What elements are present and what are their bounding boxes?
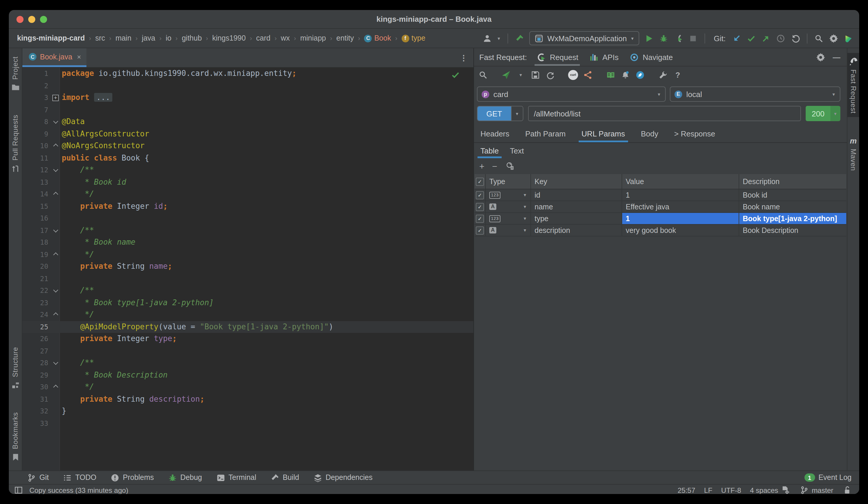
gutter-cell[interactable]: 27 [22,345,60,357]
send-request-icon[interactable] [501,70,511,80]
git-push-icon[interactable] [761,33,771,43]
twitter-icon[interactable] [635,70,645,80]
add-param-button[interactable]: + [479,161,485,171]
chevron-down-icon[interactable]: ▼ [497,36,501,40]
tab-headers[interactable]: Headers [480,125,509,142]
gutter-cell[interactable]: 11 [22,152,60,164]
event-log-button[interactable]: 1 Event Log [804,473,851,482]
cell-type[interactable]: A▼ [486,225,531,236]
gutter-cell[interactable]: 25 [22,321,60,333]
settings-wrench-icon[interactable] [658,70,668,80]
breadcrumb-item[interactable]: kings-miniapp-card [17,34,85,42]
row-checkbox[interactable]: ✓ [476,191,484,199]
cell-description[interactable]: Book id [739,189,846,200]
gutter-cell[interactable]: 16 [22,212,60,224]
indent-widget[interactable]: 4 spaces [750,485,790,494]
row-checkbox[interactable]: ✓ [476,226,484,234]
gutter-cell[interactable]: 15 [22,200,60,212]
tool-window-button-dependencies[interactable]: Dependencies [312,473,373,483]
gutter-cell[interactable]: 29 [22,369,60,381]
chevron-down-icon[interactable]: ▼ [523,228,527,232]
fold-up-icon[interactable] [53,144,58,148]
cell-checkbox[interactable]: ✓ [475,225,486,236]
cell-value[interactable]: 1 [622,213,739,224]
save-icon[interactable] [530,70,540,80]
tool-window-button-debug[interactable]: Debug [167,473,202,483]
fold-column[interactable] [51,361,60,366]
chevron-down-icon[interactable]: ▼ [523,205,527,209]
panel-tab-request[interactable]: Request [536,48,578,66]
gutter-cell[interactable]: 10 [22,140,60,152]
gutter-cell[interactable]: 1 [22,68,60,80]
row-checkbox[interactable]: ✓ [476,214,484,223]
gutter-cell[interactable]: 21 [22,272,60,285]
tab-body[interactable]: Body [641,125,658,142]
gutter-cell[interactable]: 26 [22,333,60,345]
fold-down-icon[interactable] [53,288,58,293]
git-commit-icon[interactable] [746,33,756,43]
fold-up-icon[interactable] [53,385,58,390]
fold-column[interactable] [51,228,60,233]
gutter-cell[interactable]: 32 [22,405,60,417]
hide-panel-icon[interactable]: — [831,52,841,62]
tool-window-switcher-icon[interactable] [13,485,23,494]
url-input[interactable]: /allMethod/list [528,106,801,121]
header-checkbox[interactable]: ✓ [476,177,484,186]
cell-value[interactable]: 1 [622,189,739,200]
copy-params-icon[interactable] [505,161,515,171]
gutter-cell[interactable]: 30 [22,381,60,393]
panel-tab-navigate[interactable]: Navigate [629,48,673,66]
tab--response[interactable]: > Response [674,125,715,142]
breadcrumb-item[interactable]: kings1990 [212,34,246,42]
tab-path-param[interactable]: Path Param [525,125,566,142]
fold-column[interactable] [51,120,60,124]
debug-button[interactable] [659,33,669,43]
cell-key[interactable]: type [531,213,622,224]
curl-icon[interactable]: curl [568,70,578,80]
settings-gear-icon[interactable] [829,33,839,43]
rollback-icon[interactable] [790,33,800,43]
fold-down-icon[interactable] [53,168,58,173]
fold-column[interactable] [51,144,60,148]
breadcrumb-item[interactable]: github [182,34,202,42]
cell-type[interactable]: 123▼ [486,189,531,200]
environment-select[interactable]: E local ▼ [670,86,840,102]
caret-position-widget[interactable]: 25:57 [678,486,695,494]
git-branch-widget[interactable]: master [799,485,833,494]
view-tab-table[interactable]: Table [480,143,499,158]
gutter-cell[interactable]: 19 [22,248,60,260]
chevron-down-icon[interactable]: ▼ [516,70,526,80]
notifications-bell-icon[interactable] [620,70,630,80]
http-method-select[interactable]: GET ▼ [477,106,523,121]
cell-description[interactable]: Book name [739,201,846,212]
line-separator-widget[interactable]: LF [704,486,712,494]
fold-down-icon[interactable] [53,361,58,366]
breadcrumb-item[interactable]: java [142,34,155,42]
more-vertical-icon[interactable]: ⋮ [454,53,473,62]
gutter-cell[interactable]: 9 [22,128,60,140]
fold-column[interactable]: + [51,95,60,101]
tool-window-button-project[interactable]: Project [9,53,22,96]
fold-up-icon[interactable] [53,312,58,317]
gutter-cell[interactable]: 8 [22,116,60,128]
user-account-icon[interactable] [482,33,492,43]
breadcrumb-item[interactable]: card [256,34,270,42]
gutter-cell[interactable]: 2 [22,80,60,92]
cell-key[interactable]: name [531,201,622,212]
breadcrumb-item[interactable]: io [166,34,171,42]
breadcrumb-item[interactable]: miniapp [300,34,326,42]
gutter-cell[interactable]: 13 [22,176,60,188]
gutter-cell[interactable]: 12 [22,164,60,176]
tab-url-params[interactable]: URL Params [582,125,625,142]
cell-key[interactable]: id [531,189,622,200]
stop-button[interactable] [688,33,698,43]
fold-column[interactable] [51,385,60,390]
ide-plugin-logo-icon[interactable] [843,33,853,43]
cell-checkbox[interactable]: ✓ [475,201,486,212]
git-update-icon[interactable] [732,33,742,43]
share-icon[interactable] [583,70,593,80]
breadcrumb-item[interactable]: src [95,34,105,42]
row-checkbox[interactable]: ✓ [476,203,484,211]
breadcrumb-item[interactable]: main [115,34,132,42]
cell-checkbox[interactable]: ✓ [475,213,486,224]
